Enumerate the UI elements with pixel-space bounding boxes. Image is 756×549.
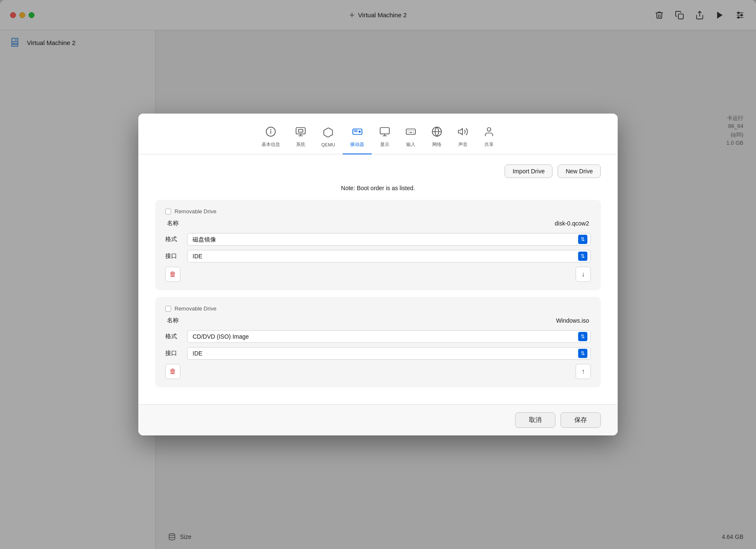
new-drive-button[interactable]: New Drive xyxy=(558,164,601,178)
drive2-interface-label: 接口 xyxy=(165,350,180,357)
drive2-interface-select[interactable]: IDE SCSI VirtIO SATA xyxy=(187,347,591,360)
drive1-name-label: 名称 xyxy=(167,220,179,227)
drive2-trash-icon: 🗑 xyxy=(169,368,176,375)
drive1-interface-select[interactable]: IDE SCSI VirtIO SATA xyxy=(187,250,591,263)
tab-sound-label: 声音 xyxy=(458,141,468,148)
drive2-format-label: 格式 xyxy=(165,333,180,340)
drive1-actions-row: 🗑 ↓ xyxy=(165,267,591,282)
drive1-removable-row: Removable Drive xyxy=(165,208,217,215)
drive2-format-select-wrapper: 磁盘镜像 CD/DVD (ISO) Image RAW 镜像 ⇅ xyxy=(187,330,591,343)
modal-overlay: 基本信息 系统 QEMU xyxy=(0,0,756,549)
tab-display[interactable]: 显示 xyxy=(372,122,398,154)
drive1-format-select[interactable]: 磁盘镜像 CD/DVD (ISO) Image RAW 镜像 xyxy=(187,233,591,246)
drive2-move-up-icon: ↑ xyxy=(582,368,585,375)
svg-point-28 xyxy=(487,127,491,131)
tab-drives-icon xyxy=(352,126,363,140)
tab-sharing-label: 共享 xyxy=(484,141,494,148)
drive2-header: Removable Drive xyxy=(165,305,591,312)
modal-tabs: 基本信息 系统 QEMU xyxy=(138,114,618,154)
tab-network-label: 网络 xyxy=(432,141,441,148)
drive1-card: Removable Drive 名称 disk-0.qcow2 格式 磁盘镜像 … xyxy=(155,200,601,290)
drive2-removable-row: Removable Drive xyxy=(165,305,217,312)
tab-sound-icon xyxy=(457,126,468,140)
tab-network-icon xyxy=(431,126,442,140)
drive2-name-value: Windows.iso xyxy=(556,317,589,324)
drive1-removable-label: Removable Drive xyxy=(174,208,217,215)
tab-basic-icon xyxy=(265,126,276,140)
tab-display-label: 显示 xyxy=(380,141,389,148)
drive2-removable-checkbox[interactable] xyxy=(165,306,171,312)
drive1-format-label: 格式 xyxy=(165,236,180,243)
action-buttons-row: Import Drive New Drive xyxy=(155,164,601,178)
drive2-interface-row: 接口 IDE SCSI VirtIO SATA ⇅ xyxy=(165,347,591,360)
drive2-card: Removable Drive 名称 Windows.iso 格式 磁盘镜像 C… xyxy=(155,297,601,387)
svg-point-18 xyxy=(359,131,360,132)
tab-qemu-icon xyxy=(323,127,334,141)
tab-qemu-label: QEMU xyxy=(321,142,335,147)
tab-system-label: 系统 xyxy=(296,141,305,148)
tab-network[interactable]: 网络 xyxy=(424,122,450,154)
drive1-interface-row: 接口 IDE SCSI VirtIO SATA ⇅ xyxy=(165,250,591,263)
drive1-delete-button[interactable]: 🗑 xyxy=(165,267,180,282)
tab-input-label: 输入 xyxy=(406,141,415,148)
drive2-format-row: 格式 磁盘镜像 CD/DVD (ISO) Image RAW 镜像 ⇅ xyxy=(165,330,591,343)
tab-sound[interactable]: 声音 xyxy=(450,122,476,154)
save-button[interactable]: 保存 xyxy=(560,412,601,428)
drive1-interface-select-wrapper: IDE SCSI VirtIO SATA ⇅ xyxy=(187,250,591,263)
drive2-name-label: 名称 xyxy=(167,317,179,324)
tab-sharing-icon xyxy=(484,126,494,140)
drive1-interface-label: 接口 xyxy=(165,252,180,260)
settings-modal: 基本信息 系统 QEMU xyxy=(138,114,618,435)
drive1-format-select-wrapper: 磁盘镜像 CD/DVD (ISO) Image RAW 镜像 ⇅ xyxy=(187,233,591,246)
tab-sharing[interactable]: 共享 xyxy=(476,122,502,154)
tab-input[interactable]: 输入 xyxy=(398,122,424,154)
tab-qemu[interactable]: QEMU xyxy=(314,123,343,154)
svg-marker-27 xyxy=(458,128,463,135)
drive2-name-row: 名称 Windows.iso xyxy=(165,317,591,324)
svg-rect-21 xyxy=(380,127,389,134)
svg-rect-13 xyxy=(296,127,305,134)
drive2-actions-row: 🗑 ↑ xyxy=(165,364,591,379)
svg-rect-24 xyxy=(406,129,415,135)
drive1-move-down-icon: ↓ xyxy=(582,271,585,278)
tab-system-icon xyxy=(295,126,306,140)
tab-system[interactable]: 系统 xyxy=(288,122,314,154)
tab-input-icon xyxy=(405,126,416,140)
cancel-button[interactable]: 取消 xyxy=(515,412,555,428)
drive2-interface-select-wrapper: IDE SCSI VirtIO SATA ⇅ xyxy=(187,347,591,360)
tab-display-icon xyxy=(379,126,390,140)
drive1-name-row: 名称 disk-0.qcow2 xyxy=(165,220,591,227)
tab-basic-label: 基本信息 xyxy=(262,141,280,148)
modal-footer: 取消 保存 xyxy=(138,404,618,435)
drive2-move-up-button[interactable]: ↑ xyxy=(576,364,591,379)
tab-basic[interactable]: 基本信息 xyxy=(254,122,288,154)
svg-rect-14 xyxy=(299,130,303,133)
drive1-header: Removable Drive xyxy=(165,208,591,215)
modal-content: Import Drive New Drive Note: Boot order … xyxy=(138,154,618,404)
drive2-format-select[interactable]: 磁盘镜像 CD/DVD (ISO) Image RAW 镜像 xyxy=(187,330,591,343)
drive2-removable-label: Removable Drive xyxy=(174,305,217,312)
tab-drives[interactable]: 驱动器 xyxy=(343,122,372,154)
tab-drives-label: 驱动器 xyxy=(350,141,364,148)
boot-order-note: Note: Boot order is as listed. xyxy=(155,185,601,191)
drive1-format-row: 格式 磁盘镜像 CD/DVD (ISO) Image RAW 镜像 ⇅ xyxy=(165,233,591,246)
drive2-delete-button[interactable]: 🗑 xyxy=(165,364,180,379)
drive1-name-value: disk-0.qcow2 xyxy=(555,220,589,227)
drive1-move-down-button[interactable]: ↓ xyxy=(576,267,591,282)
import-drive-button[interactable]: Import Drive xyxy=(505,164,552,178)
drive1-trash-icon: 🗑 xyxy=(169,271,176,278)
drive1-removable-checkbox[interactable] xyxy=(165,209,171,215)
